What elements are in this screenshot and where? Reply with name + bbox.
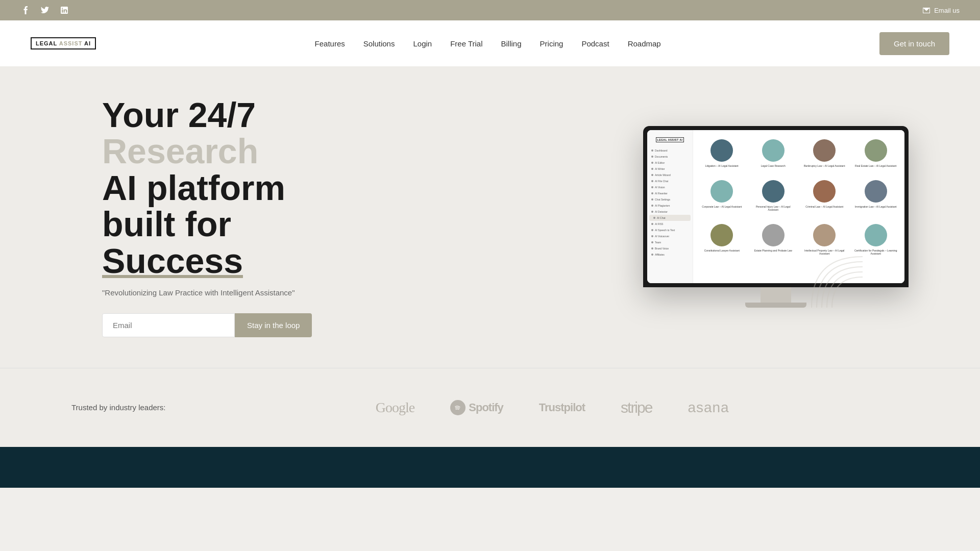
hero-content: Your 24/7Research AI platform built for …: [102, 97, 368, 337]
nav-links: Features Solutions Login Free Trial Bill…: [315, 39, 661, 48]
main-nav: LEGAL ASSIST AI Features Solutions Login…: [0, 20, 980, 66]
email-us-link[interactable]: Email us: [923, 7, 960, 14]
app-card-image: [762, 180, 785, 203]
sidebar-item: Affiliates: [647, 252, 693, 258]
app-card-image: [813, 224, 836, 246]
app-card: Personal Injury Law – AI Legal Assistant: [750, 176, 797, 216]
nav-features[interactable]: Features: [315, 39, 345, 48]
sidebar-item: AI Voiceover: [647, 233, 693, 239]
nav-billing[interactable]: Billing: [501, 39, 522, 48]
asana-logo: asana: [688, 399, 729, 416]
sidebar-item: AI Plagiarism: [647, 203, 693, 209]
stay-in-loop-button[interactable]: Stay in the loop: [235, 313, 312, 337]
sidebar-item: AI Speech to Text: [647, 227, 693, 233]
facebook-icon[interactable]: [20, 5, 31, 15]
sidebar-item: AI Vision: [647, 184, 693, 190]
logo[interactable]: LEGAL ASSIST AI: [31, 37, 96, 49]
sidebar-item: Brand Voice: [647, 245, 693, 252]
email-input[interactable]: [102, 313, 235, 337]
sidebar-item: Documents: [647, 154, 693, 160]
trusted-label: Trusted by industry leaders:: [71, 403, 166, 412]
stripe-logo: stripe: [621, 399, 652, 416]
sidebar-item: AI Detector: [647, 209, 693, 215]
footer: [0, 447, 980, 488]
sidebar-item: AI Writer: [647, 166, 693, 172]
nav-free-trial[interactable]: Free Trial: [450, 39, 482, 48]
hero-headline: Your 24/7Research AI platform built for …: [102, 97, 368, 279]
app-content: Litigation – AI Legal Assistant Legal Ca…: [693, 130, 904, 283]
sidebar-item: AI Editor: [647, 160, 693, 166]
trustpilot-logo: Trustpilot: [539, 401, 585, 414]
trusted-section: Trusted by industry leaders: Google Spot…: [0, 368, 980, 447]
nav-login[interactable]: Login: [413, 39, 432, 48]
linkedin-icon[interactable]: [59, 5, 69, 15]
sidebar-item: AI File Chat: [647, 178, 693, 184]
app-card-image: [865, 224, 887, 246]
sidebar-item: AI RSS: [647, 221, 693, 227]
app-card: Criminal Law – AI Legal Assistant: [801, 176, 848, 216]
app-card-image: [710, 224, 733, 246]
email-icon: [923, 8, 930, 13]
app-card: Bankruptcy Law – AI Legal Assistant: [801, 135, 848, 172]
monitor-mockup: LEGAL ASSIST AI Dashboard Documents AI E…: [643, 126, 909, 308]
hero-subtitle: "Revolutionizing Law Practice with Intel…: [102, 288, 368, 297]
app-card-image: [710, 139, 733, 162]
hero-section: Your 24/7Research AI platform built for …: [0, 66, 980, 368]
sidebar-item: Chat Settings: [647, 196, 693, 203]
app-card-image: [865, 180, 887, 203]
nav-solutions[interactable]: Solutions: [363, 39, 395, 48]
nav-roadmap[interactable]: Roadmap: [628, 39, 661, 48]
app-cards-grid: Litigation – AI Legal Assistant Legal Ca…: [698, 135, 899, 260]
email-form: Stay in the loop: [102, 313, 368, 337]
monitor-stand-base: [745, 303, 806, 308]
app-card-image: [762, 224, 785, 246]
sidebar-item: Article Wizard: [647, 172, 693, 178]
spotify-icon: [450, 400, 465, 415]
hero-image: LEGAL ASSIST AI Dashboard Documents AI E…: [388, 126, 909, 308]
nav-podcast[interactable]: Podcast: [581, 39, 609, 48]
sidebar-item: Dashboard: [647, 147, 693, 154]
app-card: Real Estate Law – AI Legal Assistant: [852, 135, 900, 172]
app-card-image: [813, 139, 836, 162]
app-card: Estate Planning and Probate Law: [750, 220, 797, 260]
app-card-image: [865, 139, 887, 162]
sidebar-item: AI Rewriter: [647, 190, 693, 196]
sidebar-logo: LEGAL ASSIST AI: [647, 134, 693, 145]
app-card: Immigration Law – AI Legal Assistant: [852, 176, 900, 216]
get-in-touch-button[interactable]: Get in touch: [879, 32, 949, 55]
decorative-arc: [806, 252, 868, 313]
app-card: Legal Case Research: [750, 135, 797, 172]
app-sidebar: LEGAL ASSIST AI Dashboard Documents AI E…: [647, 130, 693, 283]
sidebar-item: Team: [647, 239, 693, 245]
trusted-logos: Google Spotify Trustpilot stripe asana: [197, 399, 909, 416]
spotify-logo: Spotify: [450, 400, 503, 415]
app-card-image: [710, 180, 733, 203]
logo-text: LEGAL ASSIST AI: [31, 37, 96, 49]
top-bar: Email us: [0, 0, 980, 20]
monitor-stand-neck: [761, 287, 791, 303]
app-card-image: [813, 180, 836, 203]
twitter-icon[interactable]: [40, 5, 50, 15]
sidebar-item-active: AI Chat: [649, 215, 691, 221]
app-card-image: [762, 139, 785, 162]
monitor-screen: LEGAL ASSIST AI Dashboard Documents AI E…: [643, 126, 909, 287]
app-card: Constitutional Lawyer Assistant: [698, 220, 746, 260]
nav-pricing[interactable]: Pricing: [540, 39, 564, 48]
app-card: Corporate Law – AI Legal Assistant: [698, 176, 746, 216]
social-links: [20, 5, 69, 15]
app-card: Litigation – AI Legal Assistant: [698, 135, 746, 172]
google-logo: Google: [376, 399, 414, 416]
